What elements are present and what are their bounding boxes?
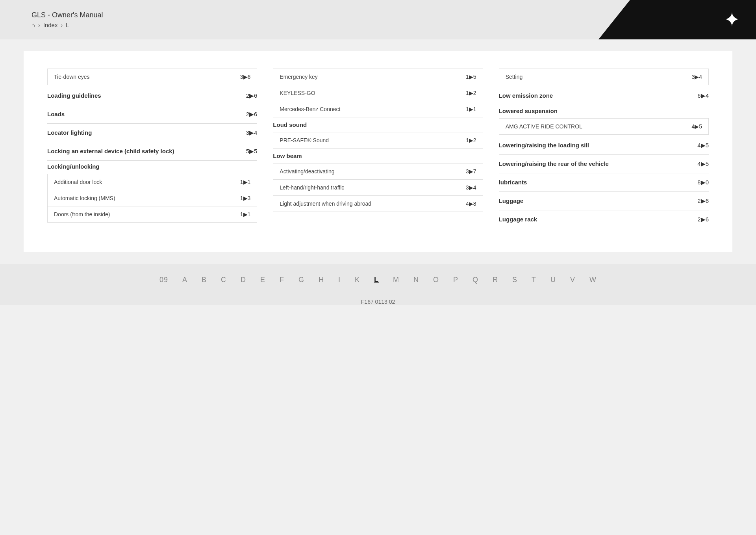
list-item: Mercedes-Benz Connect 1▶1 [273, 101, 482, 117]
keyless-go-label: KEYLESS-GO [280, 90, 462, 96]
loud-sound-label: Loud sound [273, 121, 483, 128]
alpha-D[interactable]: D [233, 276, 253, 284]
emergency-key-page: 1▶5 [466, 74, 476, 80]
breadcrumb-sep2: › [61, 22, 63, 28]
column-1: Tie-down eyes 3▶6 Loading guidelines 2▶6… [47, 67, 257, 228]
locator-lighting-label: Locator lighting [47, 129, 242, 136]
column-3: Setting 3▶4 Low emission zone 6▶4 Lowere… [499, 67, 709, 228]
loading-guidelines-page: 2▶6 [246, 92, 258, 99]
lowering-loading-sill-page: 4▶5 [697, 142, 709, 149]
alpha-B[interactable]: B [195, 276, 214, 284]
luggage-rack-label: Luggage rack [499, 216, 694, 223]
entry-locking-unlocking-header: Locking/unlocking [47, 161, 257, 172]
alpha-F[interactable]: F [272, 276, 291, 284]
doors-inside-label: Doors (from the inside) [54, 211, 236, 217]
alpha-M[interactable]: M [386, 276, 406, 284]
amg-active-label: AMG ACTIVE RIDE CONTROL [506, 123, 688, 130]
luggage-rack-page: 2▶6 [697, 216, 709, 223]
automatic-locking-page: 1▶3 [240, 195, 251, 201]
activating-deactivating-page: 3▶7 [466, 168, 476, 175]
lubricants-page: 8▶0 [697, 179, 709, 186]
mercedes-connect-label: Mercedes-Benz Connect [280, 106, 462, 112]
loads-label: Loads [47, 111, 242, 117]
list-item: PRE-SAFE® Sound 1▶2 [273, 132, 482, 148]
alpha-K[interactable]: K [348, 276, 367, 284]
home-icon[interactable]: ⌂ [32, 22, 35, 28]
subsection-lowered-suspension: AMG ACTIVE RIDE CONTROL 4▶5 [499, 118, 709, 135]
subsection-setting: Setting 3▶4 [499, 69, 709, 85]
header-left: GLS - Owner's Manual ⌂ › Index › L [32, 11, 103, 28]
automatic-locking-label: Automatic locking (MMS) [54, 195, 236, 201]
entry-locator-lighting: Locator lighting 3▶4 [47, 124, 257, 142]
header: GLS - Owner's Manual ⌂ › Index › L ✦ [0, 0, 756, 39]
mercedes-connect-page: 1▶1 [466, 106, 476, 112]
luggage-label: Luggage [499, 197, 694, 204]
locking-external-label: Locking an external device (child safety… [47, 148, 242, 154]
alpha-09[interactable]: 09 [152, 276, 175, 284]
list-item: Tie-down eyes 3▶6 [48, 69, 257, 85]
lowering-rear-page: 4▶5 [697, 160, 709, 167]
index-grid: Tie-down eyes 3▶6 Loading guidelines 2▶6… [47, 67, 709, 228]
lowering-loading-sill-label: Lowering/raising the loading sill [499, 142, 694, 149]
alphabet-nav: 09 A B C D E F G H I K L M N O P Q R S T… [0, 264, 756, 295]
list-item: AMG ACTIVE RIDE CONTROL 4▶5 [499, 119, 708, 134]
doors-inside-page: 1▶1 [240, 211, 251, 217]
list-item: Doors (from the inside) 1▶1 [48, 206, 257, 222]
entry-loading-guidelines: Loading guidelines 2▶6 [47, 87, 257, 105]
list-item: Emergency key 1▶5 [273, 69, 482, 85]
alpha-A[interactable]: A [175, 276, 195, 284]
alpha-H[interactable]: H [311, 276, 331, 284]
alpha-T[interactable]: T [524, 276, 543, 284]
entry-lubricants: lubricants 8▶0 [499, 173, 709, 192]
locator-lighting-page: 3▶4 [246, 129, 258, 136]
alpha-L[interactable]: L [367, 276, 386, 284]
list-item: Automatic locking (MMS) 1▶3 [48, 190, 257, 206]
manual-title: GLS - Owner's Manual [32, 11, 103, 19]
low-emission-zone-label: Low emission zone [499, 92, 694, 99]
left-right-traffic-page: 3▶4 [466, 184, 476, 191]
alpha-P[interactable]: P [446, 276, 465, 284]
entry-lowered-suspension-header: Lowered suspension [499, 105, 709, 117]
list-item: Activating/deactivating 3▶7 [273, 163, 482, 180]
breadcrumb-current: L [66, 22, 69, 28]
list-item: Setting 3▶4 [499, 69, 708, 85]
alpha-R[interactable]: R [485, 276, 505, 284]
tie-down-eyes-label: Tie-down eyes [54, 74, 236, 80]
list-item: Additional door lock 1▶1 [48, 174, 257, 190]
doc-footer: F167 0113 02 [0, 295, 756, 305]
alpha-N[interactable]: N [406, 276, 426, 284]
amg-active-page: 4▶5 [691, 123, 702, 130]
entry-locking-external: Locking an external device (child safety… [47, 142, 257, 161]
additional-door-lock-label: Additional door lock [54, 179, 236, 185]
alpha-V[interactable]: V [563, 276, 582, 284]
lubricants-label: lubricants [499, 179, 694, 186]
breadcrumb-index[interactable]: Index [43, 22, 58, 28]
alpha-W[interactable]: W [582, 276, 604, 284]
setting-page: 3▶4 [691, 74, 702, 80]
locking-unlocking-label: Locking/unlocking [47, 163, 257, 170]
mercedes-logo: ✦ [724, 10, 740, 30]
alpha-S[interactable]: S [505, 276, 524, 284]
light-adjustment-label: Light adjustment when driving abroad [280, 201, 462, 207]
entry-lowering-loading-sill: Lowering/raising the loading sill 4▶5 [499, 136, 709, 155]
light-adjustment-page: 4▶8 [466, 201, 476, 207]
subsection-tiedown: Tie-down eyes 3▶6 [47, 69, 257, 85]
alpha-Q[interactable]: Q [465, 276, 485, 284]
additional-door-lock-page: 1▶1 [240, 179, 251, 185]
emergency-key-label: Emergency key [280, 74, 462, 80]
alpha-E[interactable]: E [253, 276, 272, 284]
breadcrumb-sep1: › [38, 22, 40, 28]
alpha-I[interactable]: I [331, 276, 348, 284]
presafe-sound-label: PRE-SAFE® Sound [280, 137, 462, 143]
list-item: Left-hand/right-hand traffic 3▶4 [273, 180, 482, 196]
presafe-sound-page: 1▶2 [466, 137, 476, 143]
luggage-page: 2▶6 [697, 197, 709, 204]
subsection-keys: Emergency key 1▶5 KEYLESS-GO 1▶2 Mercede… [273, 69, 483, 117]
entry-loads: Loads 2▶6 [47, 105, 257, 124]
tie-down-eyes-page: 3▶6 [240, 74, 251, 80]
alpha-U[interactable]: U [543, 276, 563, 284]
alpha-O[interactable]: O [426, 276, 446, 284]
alpha-G[interactable]: G [291, 276, 311, 284]
alpha-C[interactable]: C [214, 276, 233, 284]
entry-low-emission-zone: Low emission zone 6▶4 [499, 87, 709, 105]
